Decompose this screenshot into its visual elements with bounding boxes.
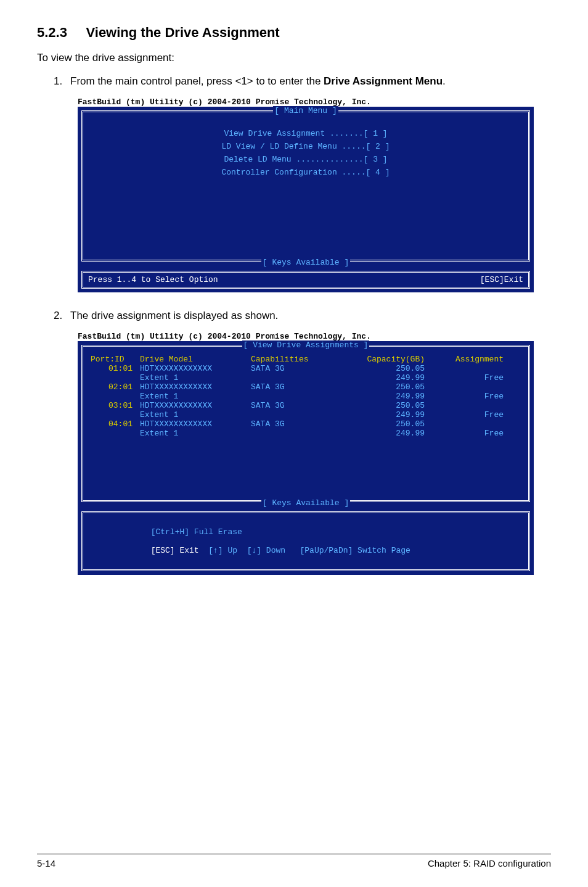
section-title-text: Viewing the Drive Assignment <box>86 25 280 40</box>
table-row: Extent 1 249.99 Free <box>91 392 521 401</box>
step-2-text: The drive assignment is displayed as sho… <box>70 310 278 321</box>
menu-item-4[interactable]: Controller Configuration .....[ 4 ] <box>83 168 528 177</box>
menu-item-2[interactable]: LD View / LD Define Menu .....[ 2 ] <box>83 142 528 151</box>
keys-body-2: [Ctrl+H] Full Erase [ESC] Exit [↑] Up [↓… <box>88 516 523 567</box>
view-drive-title: [ View Drive Assignments ] <box>83 340 528 350</box>
col-asg: Assignment <box>436 355 504 364</box>
table-row: 04:01 HDTXXXXXXXXXXXX SATA 3G 250.05 <box>91 419 521 429</box>
step-1-period: . <box>443 75 446 87</box>
console-2-label: FastBuild (tm) Utility (c) 2004-2010 Pro… <box>78 332 551 341</box>
table-row: Extent 1 249.99 Free <box>91 429 521 438</box>
page-footer: 5-14 Chapter 5: RAID configuration <box>37 854 551 868</box>
console-1-label: FastBuild (tm) Utility (c) 2004-2010 Pro… <box>78 97 551 107</box>
view-drive-box: [ View Drive Assignments ] Port:ID Drive… <box>81 345 530 502</box>
table-row: Extent 1 249.99 Free <box>91 373 521 382</box>
menu-item-1[interactable]: View Drive Assignment .......[ 1 ] <box>83 129 528 138</box>
step-1: From the main control panel, press <1> t… <box>65 75 551 292</box>
intro-text: To view the drive assignment: <box>37 52 551 64</box>
console-1-wrap: FastBuild (tm) Utility (c) 2004-2010 Pro… <box>78 97 551 292</box>
step-1-text: From the main control panel, press <1> t… <box>70 75 324 87</box>
esc-exit[interactable]: [ESC] Exit <box>151 546 199 555</box>
table-row: 01:01 HDTXXXXXXXXXXXX SATA 3G 250.05 <box>91 364 521 373</box>
main-menu-title: [ Main Menu ] <box>83 106 528 115</box>
console-2-wrap: FastBuild (tm) Utility (c) 2004-2010 Pro… <box>78 332 551 575</box>
col-gb: Capacity(GB) <box>343 355 436 364</box>
keys-right[interactable]: [ESC]Exit <box>480 275 523 284</box>
main-menu-body: View Drive Assignment .......[ 1 ] LD Vi… <box>83 115 528 260</box>
table-row: Extent 1 249.99 Free <box>91 410 521 419</box>
section-number: 5.2.3 <box>37 25 67 40</box>
menu-item-3[interactable]: Delete LD Menu ..............[ 3 ] <box>83 155 528 164</box>
keys-box-2: [Ctrl+H] Full Erase [ESC] Exit [↑] Up [↓… <box>81 511 530 571</box>
down-key[interactable]: [↓] Down <box>237 546 285 555</box>
step-2: The drive assignment is displayed as sho… <box>65 310 551 575</box>
chapter-title: Chapter 5: RAID configuration <box>428 858 551 868</box>
col-model: Drive Model <box>140 355 251 364</box>
console-2: [ View Drive Assignments ] Port:ID Drive… <box>78 341 534 575</box>
col-cap: Capabilities <box>251 355 343 364</box>
console-1: [ Main Menu ] View Drive Assignment ....… <box>78 107 534 292</box>
table-row: 02:01 HDTXXXXXXXXXXXX SATA 3G 250.05 <box>91 382 521 392</box>
table-header: Port:ID Drive Model Capabilities Capacit… <box>91 355 521 364</box>
up-key[interactable]: [↑] Up <box>199 546 237 555</box>
page-number: 5-14 <box>37 858 55 868</box>
page-key[interactable]: [PaUp/PaDn] Switch Page <box>285 546 410 555</box>
keys-left: Press 1..4 to Select Option <box>88 275 218 284</box>
main-menu-box: [ Main Menu ] View Drive Assignment ....… <box>81 110 530 262</box>
section-heading: 5.2.3 Viewing the Drive Assignment <box>37 25 551 41</box>
keys-box-1: Press 1..4 to Select Option [ESC]Exit <box>81 271 530 289</box>
ctrl-h-erase[interactable]: [Ctrl+H] Full Erase <box>151 527 242 537</box>
col-port: Port:ID <box>91 355 140 364</box>
table-row: 03:01 HDTXXXXXXXXXXXX SATA 3G 250.05 <box>91 401 521 410</box>
drive-table: Port:ID Drive Model Capabilities Capacit… <box>83 350 528 500</box>
step-1-bold: Drive Assignment Menu <box>324 75 443 87</box>
keys-line-1: Press 1..4 to Select Option [ESC]Exit <box>88 275 523 284</box>
